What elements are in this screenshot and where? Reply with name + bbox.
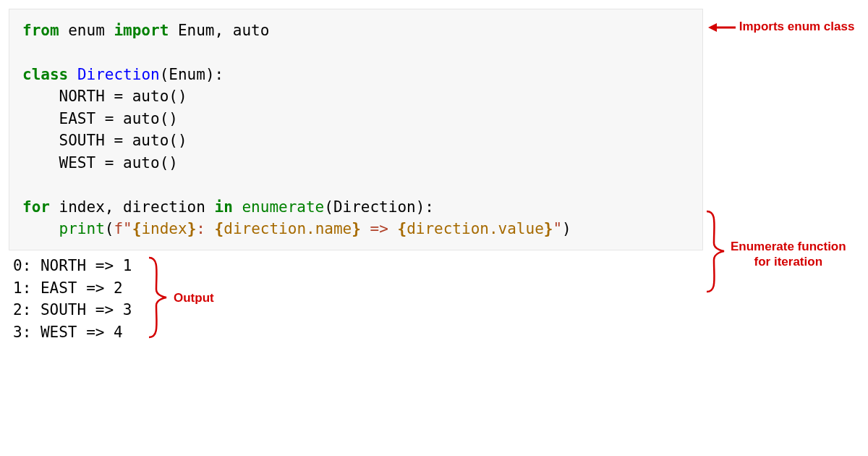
interp-open: { — [215, 220, 224, 237]
output-block: 0: NORTH => 1 1: EAST => 2 2: SOUTH => 3… — [9, 250, 720, 431]
class-name: Direction — [77, 66, 160, 83]
interp-open: { — [397, 220, 407, 237]
annotation-output: Output — [174, 290, 214, 305]
annotation-imports: Imports enum class — [708, 19, 854, 34]
output-line: 2: SOUTH => 3 — [13, 301, 132, 318]
annotation-text: Imports enum class — [739, 20, 855, 33]
output-line: 1: EAST => 2 — [13, 279, 123, 297]
interp-close: } — [352, 220, 361, 237]
svg-marker-1 — [708, 23, 717, 32]
fstring-mid: : — [196, 220, 214, 237]
code-text — [233, 198, 242, 216]
builtin-print: print — [59, 220, 105, 237]
arrow-left-icon — [708, 22, 736, 33]
code-text: (Direction): — [324, 198, 434, 216]
fstring-mid: => — [361, 220, 398, 237]
fstring-start: f" — [114, 220, 132, 237]
keyword-from: from — [22, 22, 59, 39]
code-block: from enum import Enum, auto class Direct… — [9, 9, 703, 250]
code-text: ) — [562, 220, 571, 237]
interp-body: direction.name — [224, 220, 352, 237]
interp-open: { — [132, 220, 142, 237]
output-line: 0: NORTH => 1 — [13, 257, 132, 274]
builtin-enumerate: enumerate — [242, 198, 324, 216]
keyword-class: class — [22, 66, 68, 83]
code-line: SOUTH = auto() — [22, 132, 187, 149]
interp-close: } — [187, 220, 197, 237]
fstring-end: " — [553, 220, 562, 237]
code-line: EAST = auto() — [22, 110, 178, 127]
code-text: index, direction — [50, 198, 215, 216]
keyword-import: import — [114, 22, 169, 39]
code-text: enum — [59, 22, 114, 39]
interp-close: } — [544, 220, 553, 237]
keyword-for: for — [22, 198, 50, 216]
code-text: ( — [105, 220, 114, 237]
code-line: WEST = auto() — [22, 154, 178, 172]
interp-body: index — [141, 220, 187, 237]
keyword-in: in — [215, 198, 233, 216]
brace-output-icon — [146, 255, 168, 340]
interp-body: direction.value — [407, 220, 544, 237]
annotation-enumerate: Enumerate function for iteration — [731, 239, 846, 270]
code-text — [68, 66, 77, 83]
code-indent — [22, 220, 59, 237]
code-line: NORTH = auto() — [22, 88, 187, 105]
output-line: 3: WEST => 4 — [13, 324, 123, 341]
code-text: Enum, auto — [169, 22, 269, 39]
code-text: (Enum): — [160, 66, 224, 83]
